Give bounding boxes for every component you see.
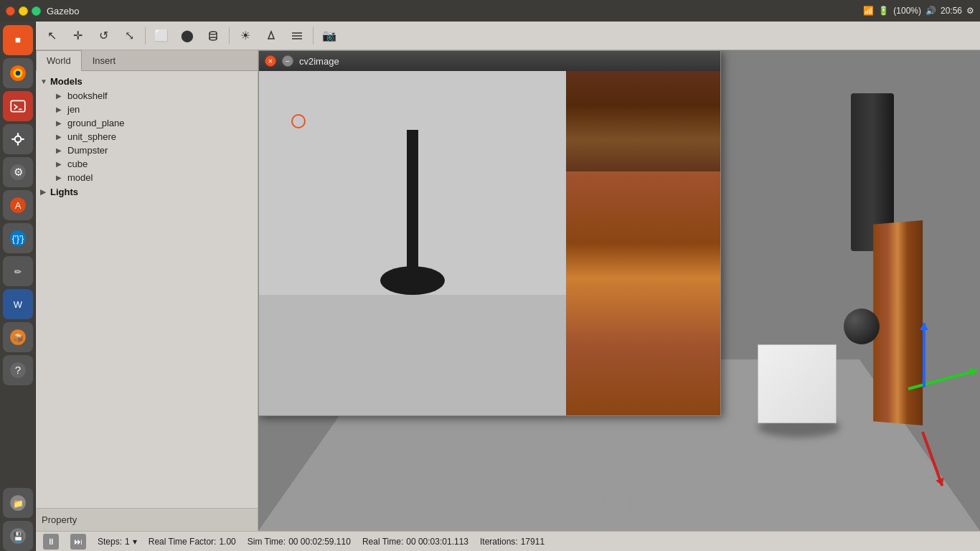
settings-icon[interactable]: ⚙ (966, 6, 974, 16)
steps-value: 1 (125, 537, 130, 547)
model-arrow: ▶ (56, 174, 66, 182)
svg-point-31 (209, 32, 217, 34)
separator-3 (313, 27, 314, 44)
svg-text:✏: ✏ (14, 267, 22, 277)
scene-tree: ▼ Models ▶ bookshelf ▶ jen ▶ (36, 71, 258, 508)
steps-item: Steps: 1 ▾ (98, 537, 137, 547)
sphere-label: unit_sphere (67, 131, 116, 142)
models-section[interactable]: ▼ Models (36, 74, 258, 89)
system-tray: 📶 🔋 (100%) 🔊 20:56 ⚙ (863, 6, 974, 16)
select-tool-btn[interactable]: ↖ (40, 26, 63, 46)
svg-rect-1 (15, 38, 20, 43)
jen-label: jen (67, 104, 80, 115)
cube-label: cube (67, 159, 88, 169)
taskbar-vscode[interactable]: {'}'} (3, 223, 33, 253)
sphere-arrow: ▶ (56, 133, 66, 141)
dialog-content (259, 71, 720, 415)
dir-light-btn[interactable] (286, 26, 308, 46)
taskbar-help[interactable]: ? (3, 355, 33, 385)
steps-down-icon[interactable]: ▾ (133, 537, 137, 547)
taskbar-home[interactable] (3, 25, 33, 55)
clock: 20:56 (941, 6, 962, 16)
bookshelf-arrow: ▶ (56, 92, 66, 100)
real-time-label: Real Time: (362, 537, 403, 547)
left-panel: World Insert ▼ Models ▶ bookshelf (36, 50, 258, 531)
svg-text:📦: 📦 (12, 332, 23, 343)
svg-text:W: W (13, 299, 22, 310)
tree-item-cube[interactable]: ▶ cube (52, 157, 258, 171)
scale-tool-btn[interactable]: ⤡ (118, 26, 141, 46)
cv2image-dialog: × − cv2image (258, 50, 721, 416)
model-label: model (67, 172, 93, 183)
axis-y (923, 323, 925, 387)
lights-label: Lights (50, 187, 78, 197)
tree-item-jen[interactable]: ▶ jen (52, 103, 258, 116)
tree-item-ground[interactable]: ▶ ground_plane (52, 116, 258, 130)
taskbar-package[interactable]: 📦 (3, 322, 33, 352)
step-btn[interactable]: ⏭ (70, 534, 86, 550)
tree-item-bookshelf[interactable]: ▶ bookshelf (52, 89, 258, 103)
sim-time-item: Sim Time: 00 00:02:59.110 (248, 537, 351, 547)
tree-item-sphere[interactable]: ▶ unit_sphere (52, 130, 258, 143)
box-btn[interactable]: ⬜ (150, 26, 173, 46)
lamp-base (380, 266, 445, 295)
win-close-btn[interactable] (6, 6, 15, 16)
dumpster-arrow: ▶ (56, 146, 66, 154)
models-arrow: ▼ (40, 77, 50, 85)
topbar-title: Gazebo (47, 6, 863, 17)
translate-tool-btn[interactable]: ✛ (66, 26, 89, 46)
dialog-close-btn[interactable]: × (265, 55, 276, 67)
taskbar-gear2[interactable]: ⚙ (3, 157, 33, 187)
gazebo-window: ↖ ✛ ↺ ⤡ ⬜ ⬤ ☀ 📷 W (36, 22, 980, 551)
tab-insert[interactable]: Insert (82, 50, 127, 70)
taskbar-appstore[interactable]: A (3, 190, 33, 220)
taskbar-word[interactable]: W (3, 289, 33, 319)
real-time-item: Real Time: 00 00:03:01.113 (362, 537, 468, 547)
svg-text:?: ? (14, 364, 20, 376)
battery-icon: 🔋 (878, 6, 889, 16)
bookshelf-label: bookshelf (67, 90, 108, 101)
topbar: Gazebo 📶 🔋 (100%) 🔊 20:56 ⚙ (0, 0, 980, 22)
lights-arrow: ▶ (40, 188, 50, 196)
spot-light-btn[interactable] (260, 26, 283, 46)
lights-section[interactable]: ▶ Lights (36, 184, 258, 199)
wifi-icon: 📶 (863, 6, 874, 16)
cube-arrow: ▶ (56, 160, 66, 168)
tree-item-dumpster[interactable]: ▶ Dumpster (52, 143, 258, 157)
taskbar-text[interactable]: ✏ (3, 256, 33, 286)
dialog-min-btn[interactable]: − (282, 55, 293, 67)
tree-item-model[interactable]: ▶ model (52, 171, 258, 184)
sphere-btn[interactable]: ⬤ (176, 26, 199, 46)
taskbar-files[interactable]: 📁 (3, 488, 33, 518)
circle-marker (291, 114, 306, 128)
tab-world[interactable]: World (36, 50, 82, 71)
gazebo-toolbar: ↖ ✛ ↺ ⤡ ⬜ ⬤ ☀ 📷 (36, 22, 980, 50)
viewport[interactable]: × − cv2image (258, 50, 980, 531)
property-panel: Property (36, 508, 258, 531)
point-light-btn[interactable]: ☀ (234, 26, 257, 46)
taskbar-firefox[interactable] (3, 58, 33, 88)
rotate-tool-btn[interactable]: ↺ (92, 26, 115, 46)
taskbar-terminal[interactable] (3, 91, 33, 121)
window-controls (6, 6, 41, 16)
iterations-item: Iterations: 17911 (480, 537, 545, 547)
win-max-btn[interactable] (32, 6, 41, 16)
screenshot-btn[interactable]: 📷 (318, 26, 341, 46)
cylinder-btn[interactable] (202, 26, 225, 46)
win-min-btn[interactable] (19, 6, 28, 16)
volume-icon: 🔊 (925, 6, 936, 16)
dialog-titlebar: × − cv2image (259, 51, 720, 71)
svg-text:💾: 💾 (12, 531, 23, 542)
svg-point-4 (15, 71, 20, 76)
models-children: ▶ bookshelf ▶ jen ▶ ground_plane ▶ (36, 89, 258, 184)
content-area: World Insert ▼ Models ▶ bookshelf (36, 50, 980, 531)
scene-box-white (758, 344, 837, 423)
models-label: Models (50, 76, 83, 87)
lamp-post (407, 130, 418, 273)
statusbar: ⏸ ⏭ Steps: 1 ▾ Real Time Factor: 1.00 Si… (36, 531, 980, 551)
taskbar-disk[interactable]: 💾 (3, 521, 33, 551)
pause-btn[interactable]: ⏸ (43, 534, 59, 550)
dialog-right-viewport (566, 71, 720, 415)
taskbar-settings[interactable] (3, 124, 33, 154)
rtf-value: 1.00 (219, 537, 235, 547)
